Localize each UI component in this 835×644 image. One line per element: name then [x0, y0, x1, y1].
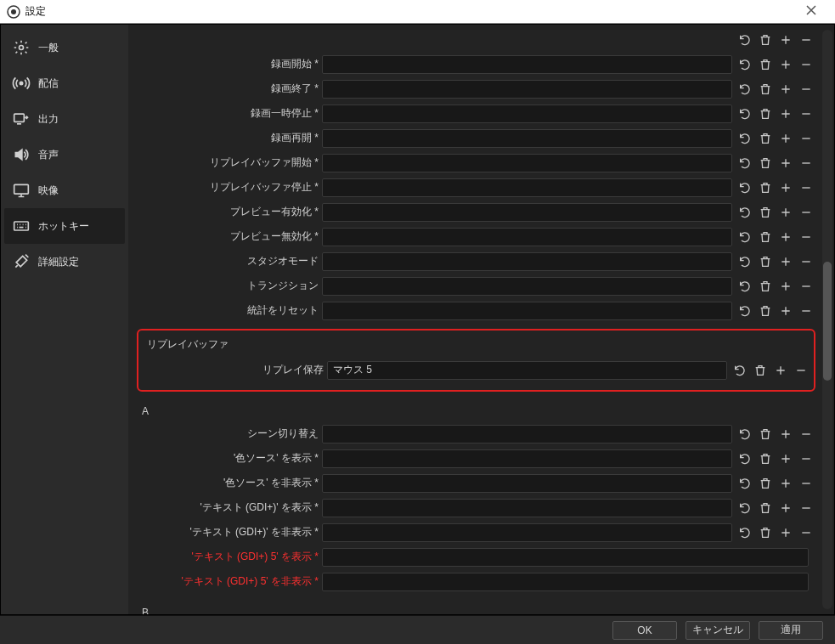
- sidebar-item-advanced[interactable]: 詳細設定: [4, 244, 125, 280]
- trash-icon[interactable]: [758, 476, 773, 491]
- plus-icon[interactable]: [778, 303, 793, 319]
- undo-icon[interactable]: [737, 525, 753, 540]
- undo-icon[interactable]: [737, 180, 753, 195]
- undo-icon[interactable]: [737, 131, 753, 146]
- minus-icon[interactable]: [793, 363, 809, 378]
- minus-icon[interactable]: [798, 106, 814, 121]
- plus-icon[interactable]: [778, 451, 793, 466]
- hotkey-input[interactable]: [322, 178, 732, 197]
- minus-icon[interactable]: [798, 254, 814, 269]
- hotkey-input[interactable]: [322, 474, 732, 493]
- minus-icon[interactable]: [798, 451, 814, 466]
- scrollbar[interactable]: [822, 30, 832, 609]
- plus-icon[interactable]: [778, 32, 793, 48]
- sidebar-item-video[interactable]: 映像: [4, 172, 125, 208]
- trash-icon[interactable]: [758, 500, 773, 516]
- plus-icon[interactable]: [778, 427, 793, 442]
- minus-icon[interactable]: [798, 131, 814, 146]
- hotkey-input[interactable]: [322, 252, 732, 271]
- minus-icon[interactable]: [798, 32, 814, 48]
- cancel-button[interactable]: キャンセル: [685, 621, 750, 640]
- trash-icon[interactable]: [758, 82, 773, 97]
- hotkey-input[interactable]: [322, 302, 732, 320]
- minus-icon[interactable]: [798, 476, 814, 491]
- hotkey-input[interactable]: [322, 573, 809, 591]
- minus-icon[interactable]: [798, 427, 814, 442]
- trash-icon[interactable]: [758, 427, 773, 442]
- undo-icon[interactable]: [737, 229, 753, 245]
- plus-icon[interactable]: [778, 155, 793, 171]
- trash-icon[interactable]: [758, 254, 773, 269]
- minus-icon[interactable]: [798, 155, 814, 171]
- minus-icon[interactable]: [798, 82, 814, 97]
- sidebar-item-output[interactable]: 出力: [4, 101, 125, 137]
- undo-icon[interactable]: [737, 254, 753, 269]
- trash-icon[interactable]: [753, 363, 768, 378]
- sidebar-item-stream[interactable]: 配信: [4, 65, 125, 101]
- hotkey-input[interactable]: [322, 105, 732, 123]
- trash-icon[interactable]: [758, 229, 773, 245]
- minus-icon[interactable]: [798, 180, 814, 195]
- undo-icon[interactable]: [737, 32, 753, 48]
- undo-icon[interactable]: [737, 500, 753, 516]
- minus-icon[interactable]: [798, 303, 814, 319]
- plus-icon[interactable]: [778, 82, 793, 97]
- undo-icon[interactable]: [737, 205, 753, 220]
- hotkey-input[interactable]: [322, 228, 732, 246]
- sidebar-item-audio[interactable]: 音声: [4, 137, 125, 172]
- hotkey-input[interactable]: [322, 277, 732, 296]
- sidebar-item-hotkeys[interactable]: ホットキー: [4, 208, 125, 244]
- plus-icon[interactable]: [778, 279, 793, 294]
- hotkey-input[interactable]: [322, 129, 732, 148]
- trash-icon[interactable]: [758, 180, 773, 195]
- trash-icon[interactable]: [758, 205, 773, 220]
- hotkey-input[interactable]: [322, 449, 732, 468]
- trash-icon[interactable]: [758, 155, 773, 171]
- minus-icon[interactable]: [798, 500, 814, 516]
- plus-icon[interactable]: [778, 131, 793, 146]
- undo-icon[interactable]: [737, 451, 753, 466]
- minus-icon[interactable]: [798, 205, 814, 220]
- hotkey-input[interactable]: [322, 548, 809, 567]
- hotkey-input[interactable]: [322, 55, 732, 74]
- hotkey-input[interactable]: [322, 523, 732, 542]
- hotkey-input[interactable]: [327, 361, 727, 380]
- hotkey-input[interactable]: [322, 80, 732, 99]
- minus-icon[interactable]: [798, 229, 814, 245]
- close-icon[interactable]: [794, 5, 828, 18]
- trash-icon[interactable]: [758, 525, 773, 540]
- scrollbar-thumb[interactable]: [823, 262, 832, 381]
- trash-icon[interactable]: [758, 32, 773, 48]
- undo-icon[interactable]: [737, 279, 753, 294]
- hotkey-input[interactable]: [322, 154, 732, 172]
- undo-icon[interactable]: [737, 427, 753, 442]
- trash-icon[interactable]: [758, 131, 773, 146]
- undo-icon[interactable]: [737, 155, 753, 171]
- apply-button[interactable]: 適用: [759, 621, 823, 640]
- trash-icon[interactable]: [758, 451, 773, 466]
- plus-icon[interactable]: [778, 180, 793, 195]
- hotkey-input[interactable]: [322, 425, 732, 443]
- plus-icon[interactable]: [773, 363, 788, 378]
- plus-icon[interactable]: [778, 254, 793, 269]
- undo-icon[interactable]: [737, 303, 753, 319]
- hotkey-input[interactable]: [322, 203, 732, 222]
- trash-icon[interactable]: [758, 106, 773, 121]
- plus-icon[interactable]: [778, 57, 793, 72]
- minus-icon[interactable]: [798, 279, 814, 294]
- undo-icon[interactable]: [737, 106, 753, 121]
- sidebar-item-general[interactable]: 一般: [4, 30, 125, 65]
- plus-icon[interactable]: [778, 525, 793, 540]
- plus-icon[interactable]: [778, 476, 793, 491]
- plus-icon[interactable]: [778, 106, 793, 121]
- plus-icon[interactable]: [778, 205, 793, 220]
- undo-icon[interactable]: [732, 363, 748, 378]
- plus-icon[interactable]: [778, 229, 793, 245]
- undo-icon[interactable]: [737, 57, 753, 72]
- trash-icon[interactable]: [758, 279, 773, 294]
- minus-icon[interactable]: [798, 525, 814, 540]
- hotkey-input[interactable]: [322, 499, 732, 517]
- trash-icon[interactable]: [758, 303, 773, 319]
- plus-icon[interactable]: [778, 500, 793, 516]
- ok-button[interactable]: OK: [612, 621, 677, 640]
